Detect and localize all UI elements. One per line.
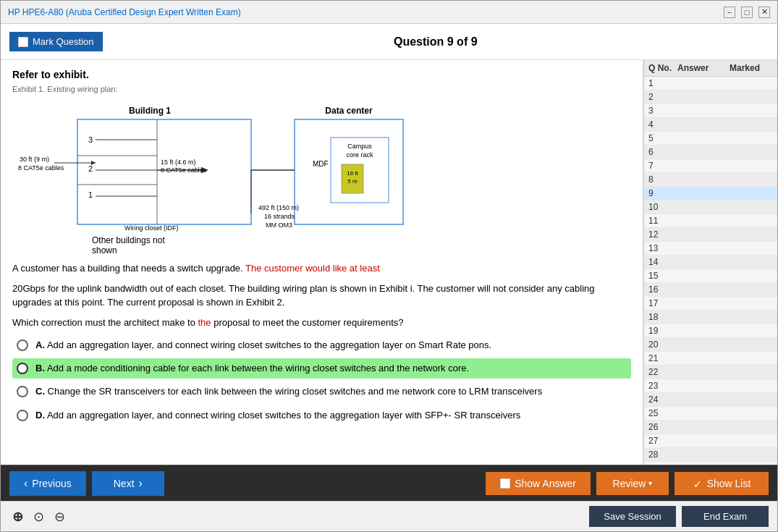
- sidebar-qno: 7: [648, 161, 677, 171]
- sidebar-row[interactable]: 26: [644, 421, 777, 434]
- sidebar-row[interactable]: 28: [644, 448, 777, 462]
- question-body-1: A customer has a building that needs a s…: [12, 261, 631, 276]
- option-d-radio[interactable]: [17, 410, 28, 421]
- sidebar-row[interactable]: 2: [644, 90, 777, 104]
- sidebar-row[interactable]: 14: [644, 256, 777, 269]
- option-a-text: A. Add an aggregation layer, and connect…: [35, 339, 491, 352]
- show-answer-button[interactable]: Show Answer: [486, 472, 591, 495]
- previous-button[interactable]: ‹ Previous: [9, 471, 86, 496]
- titlebar: HP HPE6-A80 (Aruba Certified Design Expe…: [1, 1, 777, 24]
- show-list-button[interactable]: ✓ Show List: [675, 472, 769, 495]
- sidebar-row[interactable]: 20: [644, 338, 777, 352]
- show-answer-icon: [500, 478, 510, 489]
- answer-options: A. Add an aggregation layer, and connect…: [12, 335, 631, 426]
- sidebar-row[interactable]: 1: [644, 77, 777, 90]
- window-controls[interactable]: − □ ✕: [724, 7, 770, 18]
- previous-arrow-icon: ‹: [24, 477, 28, 490]
- review-button[interactable]: Review ▾: [596, 472, 669, 495]
- sidebar-answer: [677, 188, 730, 198]
- sidebar-answer: [677, 78, 730, 88]
- sidebar-row[interactable]: 27: [644, 434, 777, 448]
- sidebar-answer: [677, 422, 730, 432]
- option-a[interactable]: A. Add an aggregation layer, and connect…: [12, 335, 631, 355]
- maximize-button[interactable]: □: [741, 7, 753, 18]
- svg-text:Building 1: Building 1: [129, 106, 171, 116]
- end-exam-button[interactable]: End Exam: [682, 506, 769, 527]
- sidebar-row[interactable]: 5: [644, 132, 777, 145]
- zoom-out-button[interactable]: ⊖: [51, 507, 68, 526]
- zoom-controls[interactable]: ⊕ ⊙ ⊖: [9, 507, 68, 526]
- sidebar-row[interactable]: 3: [644, 104, 777, 118]
- sidebar-row[interactable]: 6: [644, 145, 777, 159]
- svg-text:8 CAT5e cables: 8 CAT5e cables: [161, 166, 207, 174]
- sidebar-row[interactable]: 19: [644, 324, 777, 338]
- sidebar-row[interactable]: 15: [644, 269, 777, 283]
- sidebar-answer: [677, 243, 730, 253]
- sidebar-answer: [677, 449, 730, 460]
- sidebar-row[interactable]: 18: [644, 311, 777, 324]
- sidebar-answer: [677, 394, 730, 405]
- sidebar-marked: [730, 92, 773, 102]
- show-list-icon: ✓: [693, 478, 703, 489]
- sidebar-marked: [730, 449, 773, 460]
- sidebar-marked: [730, 339, 773, 350]
- sidebar-row[interactable]: 12: [644, 228, 777, 242]
- minimize-button[interactable]: −: [724, 7, 735, 18]
- svg-text:Wiring closet (IDF): Wiring closet (IDF): [124, 224, 179, 232]
- sidebar-row[interactable]: 17: [644, 297, 777, 311]
- option-a-radio[interactable]: [17, 339, 28, 351]
- sidebar-answer: [677, 161, 730, 171]
- svg-text:15 ft (4.6 m): 15 ft (4.6 m): [161, 159, 196, 166]
- sidebar-answer: [677, 216, 730, 226]
- sidebar-row[interactable]: 16: [644, 283, 777, 297]
- sidebar-marked: [730, 271, 773, 281]
- option-c-text: C. Change the SR transceivers tor each l…: [35, 385, 542, 398]
- option-c[interactable]: C. Change the SR transceivers tor each l…: [12, 381, 631, 402]
- next-button[interactable]: Next ›: [92, 471, 164, 496]
- option-b-text: B. Add a mode conditioning cable for eac…: [35, 362, 469, 375]
- sidebar-row[interactable]: 4: [644, 118, 777, 132]
- option-b[interactable]: B. Add a mode conditioning cable for eac…: [12, 358, 631, 379]
- sidebar-row[interactable]: 13: [644, 242, 777, 256]
- sidebar-row[interactable]: 9: [644, 187, 777, 200]
- sidebar-row[interactable]: 22: [644, 366, 777, 379]
- sidebar-qno: 21: [648, 353, 677, 363]
- sidebar-marked: [730, 381, 773, 391]
- sidebar-qno: 15: [648, 271, 677, 281]
- svg-text:3: 3: [88, 135, 93, 144]
- option-d[interactable]: D. Add an aggregation layer, and connect…: [12, 405, 631, 426]
- svg-text:8 CAT5e cables: 8 CAT5e cables: [18, 164, 64, 172]
- sidebar-qno: 19: [648, 326, 677, 336]
- option-c-radio[interactable]: [17, 386, 28, 397]
- sidebar-row[interactable]: 8: [644, 173, 777, 187]
- mark-question-button[interactable]: Mark Question: [9, 32, 103, 51]
- sidebar-answer: [677, 133, 730, 143]
- sidebar-answer: [677, 312, 730, 322]
- show-list-label: Show List: [707, 478, 751, 489]
- zoom-in-button[interactable]: ⊕: [9, 507, 26, 526]
- sidebar-marked: [730, 161, 773, 171]
- sidebar-row[interactable]: 25: [644, 407, 777, 421]
- svg-text:5 m: 5 m: [347, 178, 358, 185]
- sidebar-answer: [677, 119, 730, 130]
- sidebar-row[interactable]: 11: [644, 214, 777, 228]
- wiring-diagram-svg: Building 1 3 2 1: [12, 98, 418, 242]
- close-button[interactable]: ✕: [758, 7, 770, 18]
- sidebar-row[interactable]: 10: [644, 200, 777, 214]
- sidebar-marked: [730, 106, 773, 116]
- sidebar-row[interactable]: 24: [644, 393, 777, 407]
- sidebar: Q No. Answer Marked 12345678910111213141…: [643, 60, 777, 465]
- option-b-radio[interactable]: [17, 363, 28, 374]
- sidebar-row[interactable]: 7: [644, 159, 777, 173]
- sidebar-answer: [677, 92, 730, 102]
- sidebar-row[interactable]: 21: [644, 352, 777, 366]
- sidebar-answer: [677, 408, 730, 418]
- sidebar-qno: 24: [648, 394, 677, 405]
- sidebar-row[interactable]: 23: [644, 379, 777, 393]
- svg-text:MM OM3: MM OM3: [266, 221, 292, 229]
- sidebar-answer: [677, 106, 730, 116]
- sidebar-answer: [677, 271, 730, 281]
- zoom-reset-button[interactable]: ⊙: [30, 507, 47, 526]
- save-session-button[interactable]: Save Session: [589, 506, 676, 527]
- sidebar-col-marked: Marked: [730, 63, 773, 73]
